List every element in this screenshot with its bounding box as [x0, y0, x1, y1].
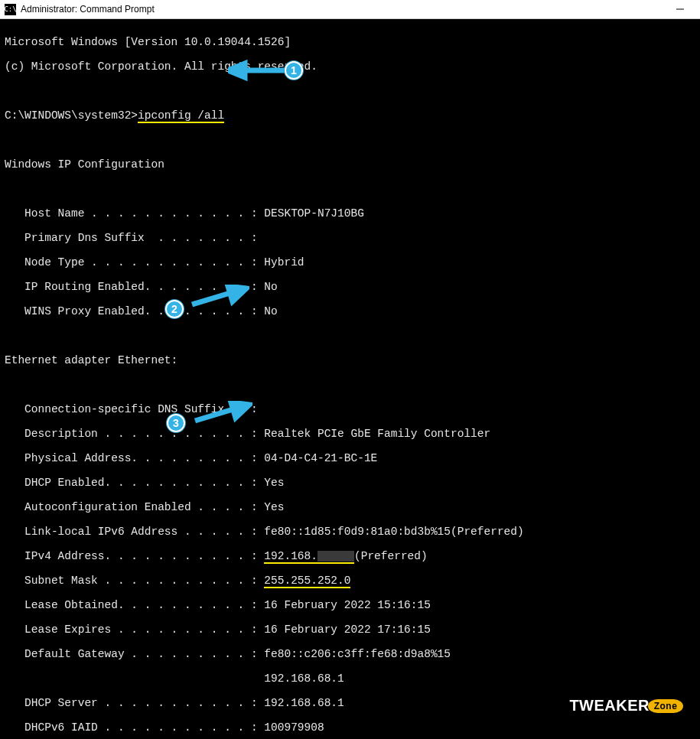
titlebar: C:\ Administrator: Command Prompt [0, 0, 700, 19]
cfg-row: Primary Dns Suffix . . . . . . . : [5, 232, 695, 244]
cfg-row: Default Gateway . . . . . . . . . : fe80… [5, 648, 695, 660]
section-heading: Windows IP Configuration [5, 158, 695, 171]
section-heading: Ethernet adapter Ethernet: [5, 354, 695, 366]
cfg-row: IP Routing Enabled. . . . . . . . : No [5, 281, 695, 293]
minimize-button[interactable] [665, 1, 695, 18]
cfg-row: Lease Expires . . . . . . . . . . : 16 F… [5, 623, 695, 636]
cfg-row: Host Name . . . . . . . . . . . . : DESK… [5, 207, 695, 220]
watermark-logo: TWEAKERZone [569, 699, 683, 715]
cmd-icon: C:\ [5, 4, 16, 15]
cfg-row: 192.168.68.1 [5, 672, 695, 685]
header-line: Microsoft Windows [Version 10.0.19044.15… [5, 36, 695, 48]
ipv4-address-highlight: 192.168. [264, 550, 354, 564]
cfg-row: WINS Proxy Enabled. . . . . . . . : No [5, 305, 695, 317]
cfg-row: DHCPv6 IAID . . . . . . . . . . . : 1009… [5, 721, 695, 734]
subnet-highlight: 255.255.252.0 [264, 575, 350, 588]
cfg-row: Link-local IPv6 Address . . . . . : fe80… [5, 526, 695, 538]
cfg-row: Connection-specific DNS Suffix . : [5, 403, 695, 415]
ipv4-redacted-mask [317, 551, 354, 562]
ipv4-row: IPv4 Address. . . . . . . . . . . : 192.… [5, 550, 695, 562]
typed-command: ipconfig /all [138, 109, 224, 123]
terminal-output[interactable]: Microsoft Windows [Version 10.0.19044.15… [0, 19, 700, 739]
prompt-line: C:\WINDOWS\system32>ipconfig /all [5, 109, 695, 122]
header-line: (c) Microsoft Corporation. All rights re… [5, 60, 695, 73]
window-title: Administrator: Command Prompt [21, 3, 155, 15]
cfg-row: Autoconfiguration Enabled . . . . : Yes [5, 501, 695, 513]
cfg-row: DHCP Enabled. . . . . . . . . . . : Yes [5, 477, 695, 489]
subnet-row: Subnet Mask . . . . . . . . . . . : 255.… [5, 575, 695, 587]
cfg-row: Lease Obtained. . . . . . . . . . : 16 F… [5, 599, 695, 611]
cfg-row: Description . . . . . . . . . . . : Real… [5, 428, 695, 440]
cfg-row: Node Type . . . . . . . . . . . . : Hybr… [5, 256, 695, 269]
cfg-row: Physical Address. . . . . . . . . : 04-D… [5, 452, 695, 464]
